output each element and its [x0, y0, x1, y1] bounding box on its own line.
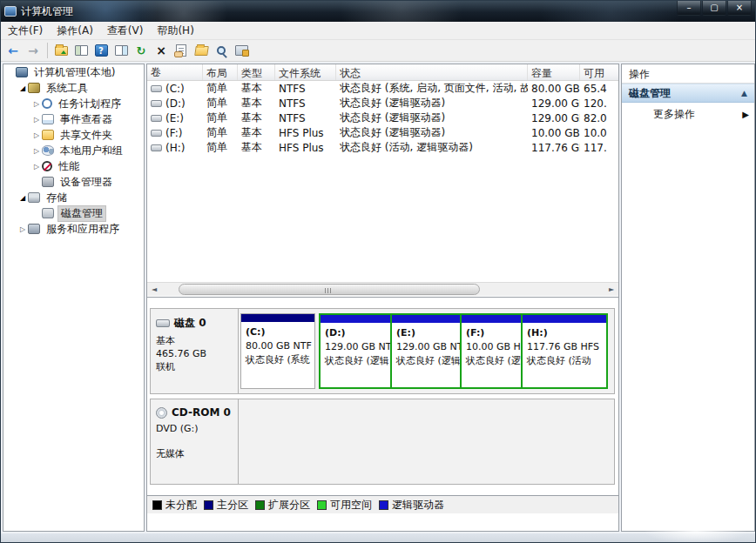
tree-item-device-manager[interactable]: 设备管理器 [3, 174, 144, 190]
volume-row-d[interactable]: (D:) 简单 基本 NTFS 状态良好 (逻辑驱动器) 129.00 GB 1… [147, 96, 618, 111]
action-pane-button[interactable] [111, 42, 131, 60]
scroll-right-icon[interactable]: ► [604, 285, 618, 293]
tree-item-local-users-groups[interactable]: ▷ 本地用户和组 [3, 143, 144, 158]
disk-icon [156, 319, 170, 327]
free-space-color-swatch [317, 500, 327, 510]
menu-action[interactable]: 操作(A) [50, 22, 100, 40]
header-filesystem[interactable]: 文件系统 [275, 64, 336, 80]
header-layout[interactable]: 布局 [203, 64, 238, 80]
menu-help[interactable]: 帮助(H) [150, 22, 200, 40]
legend-free-space: 可用空间 [317, 498, 372, 513]
disk-management-section-bar[interactable]: 磁盘管理 ▲ [622, 84, 754, 103]
menu-bar: 文件(F) 操作(A) 查看(V) 帮助(H) [1, 22, 756, 40]
menu-view[interactable]: 查看(V) [100, 22, 151, 40]
graphical-view: 磁盘 0 基本 465.76 GB 联机 (C:) 80.00 GB NTF 状… [147, 297, 618, 513]
up-level-button[interactable] [51, 42, 71, 60]
help-icon: ? [95, 44, 108, 57]
window-bottom-frame [1, 533, 756, 543]
tree-item-shared-folders[interactable]: ▷ 共享文件夹 [3, 127, 144, 143]
header-volume[interactable]: 卷 [147, 64, 203, 80]
cdrom-drive: DVD (G:) [156, 422, 233, 435]
header-free[interactable]: 可用 [580, 64, 618, 80]
horizontal-scrollbar[interactable]: ◄ ► [147, 282, 618, 296]
partition-h[interactable]: (H:) 117.76 GB HFS 状态良好 (活动 [523, 315, 606, 387]
collapse-icon[interactable]: ▲ [741, 89, 747, 97]
toolbar: ← → ? ↻ × [1, 40, 756, 62]
volume-row-h[interactable]: (H:) 简单 基本 HFS Plus 状态良好 (活动, 逻辑驱动器) 117… [147, 140, 618, 155]
computer-icon [16, 67, 28, 77]
scrollbar-track[interactable] [161, 283, 604, 297]
expander-icon[interactable]: ▷ [31, 116, 42, 124]
disk0-info[interactable]: 磁盘 0 基本 465.76 GB 联机 [151, 309, 239, 393]
legend-extended-partition: 扩展分区 [255, 498, 310, 513]
minimize-button[interactable]: – [677, 1, 701, 16]
expander-icon[interactable]: ▷ [31, 100, 42, 108]
forward-icon: → [28, 44, 38, 57]
volume-icon [151, 144, 162, 151]
expander-icon[interactable]: ▷ [31, 131, 42, 139]
partition-c[interactable]: (C:) 80.00 GB NTF 状态良好 (系统 [240, 313, 315, 389]
legend-logical-drive: 逻辑驱动器 [379, 498, 444, 513]
expander-icon[interactable]: ▷ [31, 163, 42, 171]
tree-item-performance[interactable]: ▷ 性能 [3, 158, 144, 174]
open-button[interactable] [192, 42, 211, 60]
scroll-left-icon[interactable]: ◄ [147, 285, 161, 293]
partition-d[interactable]: (D:) 129.00 GB NT 状态良好 (逻辑 [321, 315, 392, 387]
toolbar-separator [47, 43, 48, 58]
console-tree: 计算机管理(本地) ◢ 系统工具 ▷ 任务计划程序 ▷ 事件查看器 ▷ 共享文件… [3, 64, 145, 532]
cdrom-band: CD-ROM 0 DVD (G:) 无媒体 [150, 399, 615, 485]
primary-color-swatch [204, 500, 213, 510]
volume-icon [151, 85, 162, 92]
primary-partition-bar [241, 314, 314, 322]
volume-row-e[interactable]: (E:) 简单 基本 NTFS 状态良好 (逻辑驱动器) 129.00 GB 8… [147, 111, 618, 125]
more-actions-item[interactable]: 更多操作 ▶ [622, 103, 754, 125]
tree-item-services-applications[interactable]: ▷ 服务和应用程序 [3, 221, 144, 237]
expander-icon[interactable]: ▷ [17, 225, 28, 233]
maximize-button[interactable]: ▢ [702, 1, 726, 16]
zoom-button[interactable] [212, 42, 231, 60]
properties-icon [176, 44, 186, 57]
refresh-icon: ↻ [137, 45, 146, 57]
actions-header: 操作 [622, 64, 754, 84]
expander-icon[interactable]: ▷ [31, 147, 42, 155]
expander-icon[interactable]: ◢ [17, 194, 28, 202]
cdrom-media: 无媒体 [156, 447, 233, 460]
cdrom-empty-area [239, 399, 614, 484]
close-button[interactable]: × [727, 1, 752, 16]
volume-row-f[interactable]: (F:) 简单 基本 HFS Plus 状态良好 (逻辑驱动器) 10.00 G… [147, 125, 618, 140]
computer-management-window: 计算机管理 – ▢ × 文件(F) 操作(A) 查看(V) 帮助(H) ← → … [0, 0, 756, 543]
tree-item-system-tools[interactable]: ◢ 系统工具 [3, 80, 144, 96]
header-status[interactable]: 状态 [336, 64, 528, 80]
cdrom-info[interactable]: CD-ROM 0 DVD (G:) 无媒体 [151, 399, 239, 484]
volume-icon [151, 115, 162, 122]
header-type[interactable]: 类型 [238, 64, 275, 80]
header-capacity[interactable]: 容量 [528, 64, 580, 80]
properties-button[interactable] [172, 42, 191, 60]
menu-file[interactable]: 文件(F) [1, 22, 50, 40]
partition-e[interactable]: (E:) 129.00 GB NTF 状态良好 (逻辑 [392, 315, 462, 387]
device-manager-icon [42, 177, 54, 187]
console-tree-button[interactable] [71, 42, 91, 60]
refresh-button[interactable]: ↻ [132, 42, 151, 60]
volume-row-c[interactable]: (C:) 简单 基本 NTFS 状态良好 (系统, 启动, 页面文件, 活动, … [147, 81, 618, 96]
tree-item-computer-management[interactable]: 计算机管理(本地) [3, 64, 144, 80]
expander-icon[interactable]: ◢ [17, 84, 28, 92]
logical-drive-bar [321, 315, 390, 323]
logical-drive-bar [392, 315, 460, 323]
tree-item-event-viewer[interactable]: ▷ 事件查看器 [3, 111, 144, 127]
app-icon [4, 6, 17, 17]
tree-item-task-scheduler[interactable]: ▷ 任务计划程序 [3, 96, 144, 111]
forward-button[interactable]: → [24, 42, 43, 60]
delete-button[interactable]: × [152, 42, 171, 60]
help-button[interactable]: ? [91, 42, 111, 60]
tree-item-disk-management[interactable]: 磁盘管理 [3, 205, 144, 221]
action-pane-icon [115, 45, 128, 56]
tree-item-storage[interactable]: ◢ 存储 [3, 190, 144, 205]
scrollbar-thumb[interactable] [179, 284, 480, 295]
back-button[interactable]: ← [3, 42, 23, 60]
disk0-size: 465.76 GB [156, 347, 233, 360]
partition-f[interactable]: (F:) 10.00 GB H 状态良好 (逻 [462, 315, 523, 387]
disk-manager-tool-button[interactable] [232, 42, 251, 60]
actions-pane: 操作 磁盘管理 ▲ 更多操作 ▶ [621, 64, 755, 532]
logical-drive-bar [462, 315, 521, 323]
